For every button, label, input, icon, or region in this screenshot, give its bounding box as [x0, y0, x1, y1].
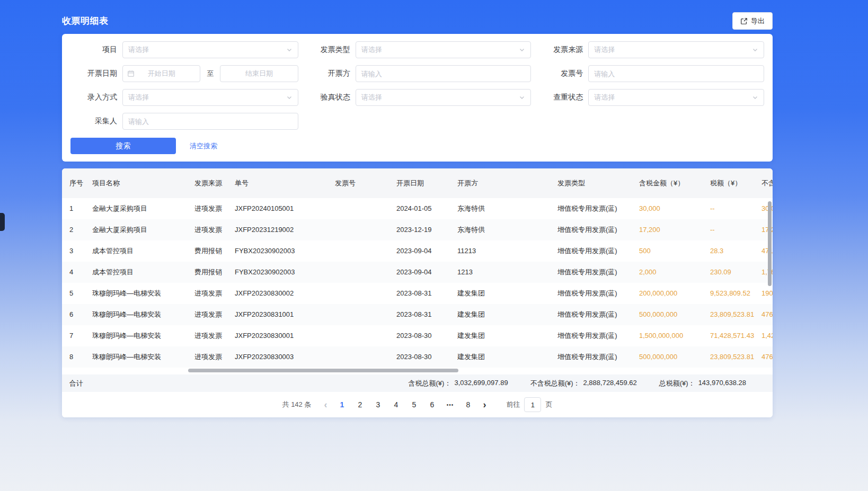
- cell-invoice-source: 进项发票: [194, 283, 235, 304]
- cell-amount-with-tax: 1,500,000,000: [639, 325, 710, 346]
- cell-project-name: 成本管控项目: [92, 240, 194, 262]
- invoice-type-select[interactable]: 请选择: [356, 41, 532, 58]
- export-icon: [740, 17, 748, 25]
- cell-invoice-date: 2023-09-04: [396, 262, 457, 283]
- table-scroll-area[interactable]: 序号 项目名称 发票来源 单号 发票号 开票日期 开票方 发票类型 含税金额（¥…: [62, 168, 773, 368]
- table-row[interactable]: 5 珠穆朗玛峰—电梯安装 进项发票 JXFP20230830002 2023-0…: [62, 283, 773, 304]
- invoice-table: 序号 项目名称 发票来源 单号 发票号 开票日期 开票方 发票类型 含税金额（¥…: [62, 168, 773, 368]
- cell-project-name: 成本管控项目: [92, 262, 194, 283]
- page-title: 收票明细表: [62, 15, 109, 27]
- chevron-down-icon: [286, 47, 293, 53]
- table-row[interactable]: 8 珠穆朗玛峰—电梯安装 进项发票 JXFP20230830003 2023-0…: [62, 346, 773, 368]
- cell-issuer: 建发集团: [457, 283, 557, 304]
- col-project-name: 项目名称: [92, 168, 194, 198]
- table-row[interactable]: 1 金融大厦采购项目 进项发票 JXFP20240105001 2024-01-…: [62, 198, 773, 219]
- start-date-placeholder: 开始日期: [148, 69, 175, 78]
- cell-project-name: 金融大厦采购项目: [92, 219, 194, 240]
- dedup-status-label: 查重状态: [536, 93, 583, 102]
- cell-invoice-source: 进项发票: [194, 198, 235, 219]
- end-date-input[interactable]: 结束日期: [220, 65, 298, 82]
- cell-invoice-source: 进项发票: [194, 346, 235, 368]
- export-button[interactable]: 导出: [732, 12, 773, 30]
- cell-invoice-number: [335, 283, 396, 304]
- chevron-down-icon: [752, 94, 758, 101]
- horizontal-scrollbar-thumb[interactable]: [188, 369, 458, 372]
- filter-actions: 搜索 清空搜索: [70, 138, 764, 154]
- table-row[interactable]: 7 珠穆朗玛峰—电梯安装 进项发票 JXFP20230830001 2023-0…: [62, 325, 773, 346]
- drawer-handle[interactable]: [0, 213, 5, 231]
- pagination-page-4[interactable]: 4: [388, 397, 403, 412]
- summary-total-tax-label: 总税额(¥)：: [659, 379, 695, 388]
- pagination-page-2[interactable]: 2: [352, 397, 367, 412]
- table-row[interactable]: 6 珠穆朗玛峰—电梯安装 进项发票 JXFP20230831001 2023-0…: [62, 304, 773, 325]
- pagination-next-button[interactable]: ›: [477, 397, 491, 412]
- collector-label: 采集人: [70, 117, 117, 126]
- cell-invoice-date: 2023-08-31: [396, 283, 457, 304]
- table-row[interactable]: 2 金融大厦采购项目 进项发票 JXFP20231219002 2023-12-…: [62, 219, 773, 240]
- filter-entry-method: 录入方式 请选择: [70, 89, 298, 106]
- cell-amount-with-tax: 500,000,000: [639, 304, 710, 325]
- col-invoice-number: 发票号: [335, 168, 396, 198]
- cell-invoice-type: 增值税专用发票(蓝): [557, 198, 639, 219]
- verify-status-label: 验真状态: [304, 93, 350, 102]
- cell-tax: 28.3: [710, 240, 761, 262]
- invoice-no-input[interactable]: [588, 65, 764, 82]
- table-row[interactable]: 4 成本管控项目 费用报销 FYBX20230902003 2023-09-04…: [62, 262, 773, 283]
- pagination-page-1[interactable]: 1: [334, 397, 349, 412]
- cell-invoice-date: 2023-09-04: [396, 240, 457, 262]
- table-row[interactable]: 3 成本管控项目 费用报销 FYBX20230902003 2023-09-04…: [62, 240, 773, 262]
- summary-bar: 合计 含税总额(¥)： 3,032,699,097.89 不含税总额(¥)： 2…: [62, 374, 773, 392]
- entry-method-select-placeholder: 请选择: [128, 93, 149, 102]
- pagination-page-8[interactable]: 8: [460, 397, 475, 412]
- goto-page-input[interactable]: [524, 397, 541, 412]
- chevron-down-icon: [519, 94, 525, 101]
- filter-verify-status: 验真状态 请选择: [304, 89, 532, 106]
- cell-issuer: 建发集团: [457, 304, 557, 325]
- pagination-prev-button[interactable]: ‹: [318, 397, 332, 412]
- cell-index: 6: [62, 304, 92, 325]
- cell-amount-without-tax: 190,476,190.48: [761, 283, 773, 304]
- end-date-placeholder: 结束日期: [245, 69, 273, 78]
- col-invoice-source: 发票来源: [194, 168, 235, 198]
- start-date-input[interactable]: 开始日期: [122, 65, 200, 82]
- cell-project-name: 珠穆朗玛峰—电梯安装: [92, 304, 194, 325]
- cell-invoice-date: 2024-01-05: [396, 198, 457, 219]
- summary-without-tax-label: 不含税总额(¥)：: [530, 379, 580, 388]
- cell-tax: 9,523,809.52: [710, 283, 761, 304]
- dedup-status-select[interactable]: 请选择: [588, 89, 764, 106]
- summary-with-tax-label: 含税总额(¥)：: [409, 379, 451, 388]
- pagination-page-6[interactable]: 6: [424, 397, 439, 412]
- pagination-page-3[interactable]: 3: [370, 397, 385, 412]
- cell-invoice-source: 费用报销: [194, 262, 235, 283]
- invoice-source-select[interactable]: 请选择: [588, 41, 764, 58]
- cell-tax: --: [710, 219, 761, 240]
- search-button[interactable]: 搜索: [70, 138, 176, 154]
- verify-status-select-placeholder: 请选择: [361, 93, 382, 102]
- col-index: 序号: [62, 168, 92, 198]
- cell-amount-with-tax: 2,000: [639, 262, 710, 283]
- cell-amount-with-tax: 500,000,000: [639, 346, 710, 368]
- pagination-page-5[interactable]: 5: [406, 397, 421, 412]
- chevron-down-icon: [519, 47, 525, 53]
- issuer-input[interactable]: [356, 65, 532, 82]
- cell-doc-number: JXFP20230830002: [235, 283, 335, 304]
- cell-invoice-type: 增值税专用发票(蓝): [557, 219, 639, 240]
- cell-project-name: 珠穆朗玛峰—电梯安装: [92, 325, 194, 346]
- cell-doc-number: JXFP20230830001: [235, 325, 335, 346]
- invoice-date-label: 开票日期: [70, 69, 117, 78]
- entry-method-select[interactable]: 请选择: [122, 89, 298, 106]
- clear-search-link[interactable]: 清空搜索: [190, 141, 217, 151]
- invoice-date-range: 开始日期 至 结束日期: [122, 65, 298, 82]
- horizontal-scrollbar[interactable]: [62, 368, 773, 374]
- cell-amount-with-tax: 200,000,000: [639, 283, 710, 304]
- filter-invoice-source: 发票来源 请选择: [536, 41, 764, 58]
- collector-input[interactable]: [122, 113, 298, 130]
- verify-status-select[interactable]: 请选择: [356, 89, 532, 106]
- project-label: 项目: [70, 45, 117, 55]
- table-panel: 序号 项目名称 发票来源 单号 发票号 开票日期 开票方 发票类型 含税金额（¥…: [62, 168, 773, 417]
- vertical-scrollbar-thumb[interactable]: [768, 201, 772, 286]
- cell-project-name: 金融大厦采购项目: [92, 198, 194, 219]
- summary-without-tax-value: 2,888,728,459.62: [583, 379, 637, 388]
- project-select[interactable]: 请选择: [122, 41, 298, 58]
- pagination-ellipsis[interactable]: •••: [442, 397, 457, 412]
